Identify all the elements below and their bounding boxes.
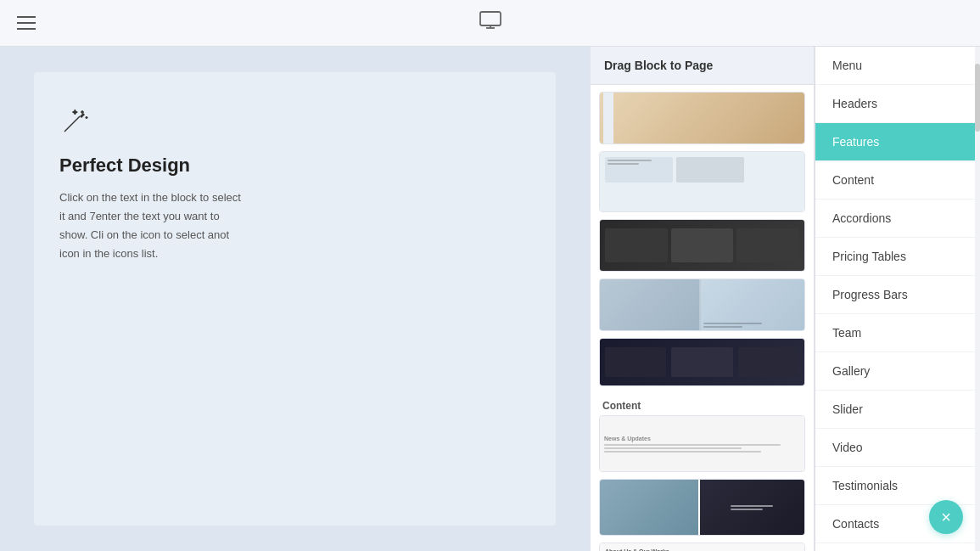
blocks-panel: Drag Block to Page	[590, 47, 815, 551]
block-thumb-0[interactable]	[599, 92, 805, 144]
content-section-label: Content	[599, 393, 805, 415]
main-area: ✦ Perfect Design Click on the text in th…	[0, 47, 980, 551]
monitor-icon	[479, 10, 502, 36]
preview-content: ✦ Perfect Design Click on the text in th…	[34, 72, 556, 526]
svg-text:✦: ✦	[72, 109, 78, 116]
blocks-scroll[interactable]: Content News & Updates	[591, 85, 814, 551]
block-thumb-content-2[interactable]	[599, 479, 805, 536]
sidebar-item-accordions[interactable]: Accordions	[815, 200, 980, 238]
right-sidebar: MenuHeadersFeaturesContentAccordionsPric…	[815, 47, 980, 551]
svg-line-3	[64, 116, 80, 132]
preview-title: Perfect Design	[59, 155, 530, 177]
block-thumb-content-3[interactable]: About Us & Our Works	[599, 543, 805, 551]
sidebar-item-content[interactable]: Content	[815, 161, 980, 200]
close-button[interactable]: ×	[929, 500, 963, 534]
block-thumb-2[interactable]	[599, 219, 805, 272]
preview-text: Click on the text in the block to select…	[59, 188, 246, 263]
drag-block-header: Drag Block to Page	[591, 47, 814, 85]
sidebar-item-team[interactable]: Team	[815, 314, 980, 352]
sidebar-scroll: MenuHeadersFeaturesContentAccordionsPric…	[815, 47, 980, 551]
sidebar-item-slider[interactable]: Slider	[815, 391, 980, 429]
top-bar	[0, 0, 980, 47]
wand-icon: ✦	[59, 106, 530, 143]
block-thumb-1[interactable]	[599, 151, 805, 212]
sidebar-item-menu[interactable]: Menu	[815, 47, 980, 85]
block-thumb-content-1[interactable]: News & Updates	[599, 415, 805, 472]
block-thumb-4[interactable]	[599, 338, 805, 386]
menu-icon[interactable]	[17, 16, 36, 30]
sidebar-item-gallery[interactable]: Gallery	[815, 352, 980, 391]
svg-rect-0	[480, 12, 501, 25]
sidebar-item-progress-bars[interactable]: Progress Bars	[815, 276, 980, 314]
block-thumb-3[interactable]	[599, 278, 805, 331]
preview-panel: ✦ Perfect Design Click on the text in th…	[0, 47, 590, 551]
sidebar-item-features[interactable]: Features	[815, 123, 980, 161]
sidebar-item-pricing-tables[interactable]: Pricing Tables	[815, 238, 980, 276]
top-bar-left	[17, 16, 36, 30]
sidebar-item-headers[interactable]: Headers	[815, 85, 980, 123]
sidebar-item-testimonials[interactable]: Testimonials	[815, 467, 980, 505]
sidebar-item-video[interactable]: Video	[815, 429, 980, 467]
